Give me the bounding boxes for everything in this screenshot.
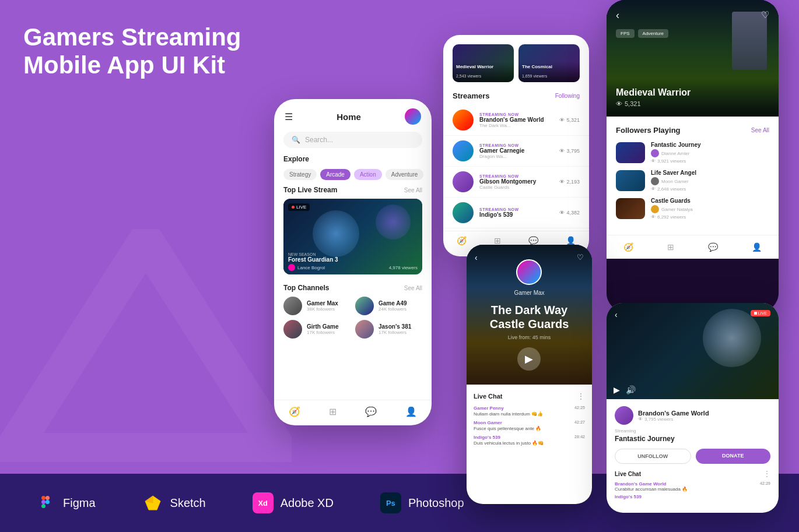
- donate-button[interactable]: DONATE: [696, 449, 771, 464]
- thumb-cosmical[interactable]: The Cosmical 1,659 viewers: [518, 44, 580, 82]
- fg-row-1[interactable]: Fantastic Journey Dianne Amter 👁 3,921 v…: [616, 142, 769, 164]
- nav-browse-icon[interactable]: ⊞: [329, 406, 337, 417]
- channel-followers-4: 17K followers: [379, 330, 411, 335]
- fg-name-1: Fantastic Journey: [651, 142, 701, 148]
- streamer-game-3: Castle Guards: [479, 185, 553, 190]
- top-channels-label: Top Channels: [283, 284, 329, 292]
- see-all-streams[interactable]: See All: [404, 187, 422, 193]
- ps-tool: Ps Photoshop: [380, 492, 464, 513]
- chat-user-2: Moon Gamer 42:27: [474, 420, 585, 425]
- figma-tool: Figma: [35, 492, 96, 513]
- phone5-chat-user-2: Indigo's 539: [615, 494, 770, 499]
- nav-home-icon[interactable]: 🧭: [289, 406, 300, 417]
- nav2-home[interactable]: 🧭: [457, 236, 467, 245]
- streaming-status-2: STREAMING NOW: [479, 143, 553, 147]
- chat-text-1: Nullam diam nulla interdum 👊👍: [474, 411, 585, 417]
- play-icon-5[interactable]: ▶: [614, 385, 620, 394]
- phone4-chat: Live Chat ⋮ Gamer Penny 42:25 Nullam dia…: [467, 385, 592, 504]
- genre-arcade[interactable]: Arcade: [320, 169, 351, 180]
- phone3-hero: ‹ ♡ FPS Adventure Medieval Warrior 👁 5,3…: [607, 0, 779, 117]
- nav-chat-icon[interactable]: 💬: [365, 406, 377, 417]
- nav2-browse[interactable]: ⊞: [494, 236, 501, 245]
- see-all-channels[interactable]: See All: [404, 285, 422, 291]
- channel-name-4: Jason's 381: [379, 323, 411, 330]
- sketch-tool: Sketch: [142, 492, 206, 513]
- chat-text-2: Fusce quis pellentesque ante 🔥: [474, 426, 585, 431]
- phone5-live-player: ‹ LIVE ▶ 🔊 Brandon's Game World 👁 3,795 …: [607, 303, 779, 513]
- fg-row-3[interactable]: Castle Guards Gamer Natalya 👁 6,292 view…: [616, 198, 769, 220]
- following-label[interactable]: Following: [555, 93, 580, 99]
- fg-viewers-3: 👁 6,292 viewers: [651, 214, 693, 220]
- phone5-chat-text-1: Curabitur accumsan malesuada 🔥: [615, 487, 770, 492]
- nav3-home[interactable]: 🧭: [623, 242, 633, 252]
- chat-title: Live Chat: [474, 393, 503, 400]
- fg-thumb-2: [616, 170, 645, 191]
- genre-tags-overlay: FPS Adventure: [616, 29, 668, 38]
- fg-name-2: Life Saver Angel: [651, 170, 696, 176]
- xd-tool: Xd Adobe XD: [253, 492, 334, 513]
- genre-adventure[interactable]: Adventure: [638, 29, 668, 38]
- phone4-heart-button[interactable]: ♡: [577, 253, 584, 262]
- chat-options[interactable]: ⋮: [577, 392, 585, 401]
- chat-msg-2: Moon Gamer 42:27 Fusce quis pellentesque…: [474, 420, 585, 431]
- stream-host-row: Lance Bogrol 4,978 viewers: [288, 264, 418, 271]
- phone5-chat-options[interactable]: ⋮: [763, 470, 770, 478]
- search-bar[interactable]: 🔍 Search...: [283, 132, 422, 148]
- nav-profile-icon[interactable]: 👤: [405, 406, 417, 417]
- streamer-row-1[interactable]: STREAMING NOW Brandon's Game World The D…: [443, 105, 589, 136]
- streamer-row-3[interactable]: STREAMING NOW Gibson Montgomery Castle G…: [443, 167, 589, 198]
- nav2-chat[interactable]: 💬: [528, 236, 538, 245]
- nav2-profile[interactable]: 👤: [566, 236, 576, 245]
- svg-point-5: [45, 500, 50, 504]
- volume-icon-5[interactable]: 🔊: [626, 385, 636, 394]
- nav3-chat[interactable]: 💬: [708, 242, 718, 252]
- phone3-back-button[interactable]: ‹: [616, 9, 619, 22]
- genre-adventure[interactable]: Adventure: [386, 169, 424, 180]
- live-stream-card[interactable]: LIVE NEW SEASON Forest Guardian 3 Lance …: [283, 199, 422, 274]
- thumb-medieval[interactable]: Medieval Warrior 2,543 viewers: [453, 44, 514, 82]
- channel-item-4[interactable]: Jason's 381 17K followers: [355, 320, 422, 339]
- fp-see-all[interactable]: See All: [751, 127, 769, 133]
- genre-fps[interactable]: FPS: [616, 29, 635, 38]
- phone5-back-button[interactable]: ‹: [615, 310, 618, 319]
- streamers-header: Streamers Following: [443, 89, 589, 105]
- eye-icon-fg2: 👁: [651, 186, 656, 192]
- thumb-label-2: The Cosmical 1,659 viewers: [518, 62, 580, 82]
- channel-item-3[interactable]: Girth Game 17K followers: [283, 320, 351, 339]
- phone4-castle-guards: ‹ ♡ Gamer Max The Dark Way Castle Guards…: [467, 245, 592, 504]
- phone5-channel-row: Brandon's Game World 👁 3,795 viewers: [615, 406, 770, 425]
- fg-viewers-1: 👁 3,921 viewers: [651, 158, 701, 164]
- phone4-back-button[interactable]: ‹: [475, 253, 478, 262]
- phone5-live-badge: LIVE: [751, 310, 770, 316]
- host-info: Lance Bogrol: [288, 264, 325, 271]
- xd-label: Adobe XD: [281, 496, 334, 510]
- followers-playing-header: Followers Playing See All: [616, 126, 769, 135]
- search-placeholder: Search...: [305, 136, 333, 144]
- streamer-views-3: 👁 2,193: [559, 179, 580, 185]
- user-avatar[interactable]: [405, 108, 421, 125]
- phone5-ch-viewers: 👁 3,795 viewers: [638, 417, 709, 422]
- streamer-row-4[interactable]: STREAMING NOW Indigo's 539 👁 4,382: [443, 198, 589, 228]
- nav3-browse[interactable]: ⊞: [667, 242, 674, 252]
- channel-followers-1: 38K followers: [307, 306, 338, 312]
- phone1-home: ☰ Home 🔍 Search... Explore Strategy Arca…: [274, 99, 432, 425]
- genre-strategy[interactable]: Strategy: [283, 169, 317, 180]
- streamer-name-4: Indigo's 539: [479, 212, 553, 218]
- fg-row-2[interactable]: Life Saver Angel Moon Gamer 👁 2,648 view…: [616, 170, 769, 192]
- streamer-row-2[interactable]: STREAMING NOW Gamer Carnegie Dragon Wa..…: [443, 136, 589, 167]
- hamburger-menu[interactable]: ☰: [285, 111, 293, 122]
- gamer-name-center: Gamer Max: [514, 290, 544, 296]
- genre-action[interactable]: Action: [354, 169, 382, 180]
- home-title: Home: [337, 112, 361, 122]
- fg-thumb-1: [616, 142, 645, 163]
- channel-item-2[interactable]: Game A49 24K followers: [355, 297, 422, 315]
- explore-label: Explore: [283, 155, 309, 163]
- svg-marker-7: [145, 496, 160, 510]
- nav3-profile[interactable]: 👤: [752, 242, 762, 252]
- play-button[interactable]: ▶: [517, 347, 541, 371]
- channel-item-1[interactable]: Gamer Max 38K followers: [283, 297, 351, 315]
- title-line2: Mobile App UI Kit: [23, 51, 225, 79]
- unfollow-button[interactable]: UNFOLLOW: [615, 449, 691, 464]
- hero-title: Gamers Streaming Mobile App UI Kit: [23, 23, 280, 80]
- phone3-heart-button[interactable]: ♡: [761, 9, 769, 20]
